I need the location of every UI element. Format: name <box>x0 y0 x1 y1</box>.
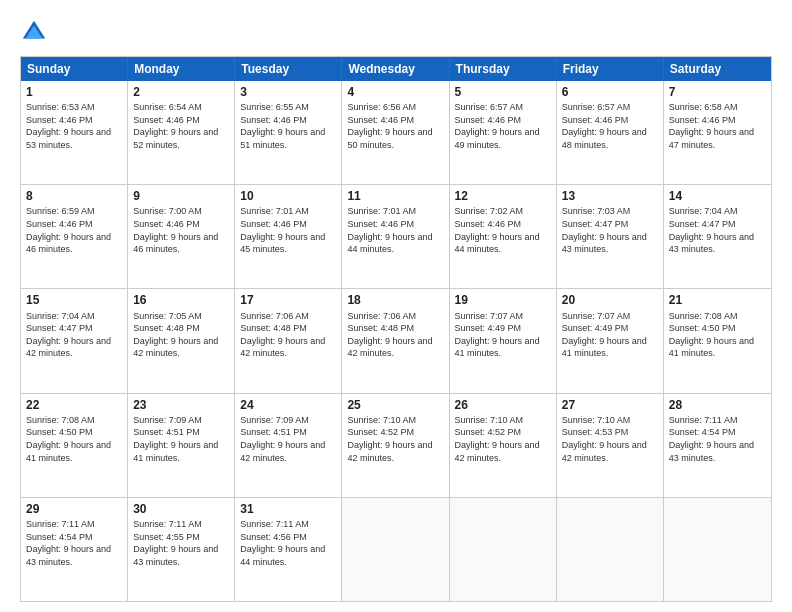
day-number: 29 <box>26 501 122 517</box>
day-info: Sunrise: 6:53 AM Sunset: 4:46 PM Dayligh… <box>26 101 122 151</box>
day-cell-25: 25Sunrise: 7:10 AM Sunset: 4:52 PM Dayli… <box>342 394 449 497</box>
day-info: Sunrise: 7:07 AM Sunset: 4:49 PM Dayligh… <box>562 310 658 360</box>
day-number: 30 <box>133 501 229 517</box>
day-number: 6 <box>562 84 658 100</box>
day-info: Sunrise: 7:06 AM Sunset: 4:48 PM Dayligh… <box>347 310 443 360</box>
calendar-row-3: 15Sunrise: 7:04 AM Sunset: 4:47 PM Dayli… <box>21 288 771 392</box>
logo <box>20 18 52 46</box>
day-cell-15: 15Sunrise: 7:04 AM Sunset: 4:47 PM Dayli… <box>21 289 128 392</box>
day-number: 22 <box>26 397 122 413</box>
day-number: 21 <box>669 292 766 308</box>
day-info: Sunrise: 7:11 AM Sunset: 4:54 PM Dayligh… <box>26 518 122 568</box>
day-number: 2 <box>133 84 229 100</box>
day-number: 8 <box>26 188 122 204</box>
day-info: Sunrise: 7:03 AM Sunset: 4:47 PM Dayligh… <box>562 205 658 255</box>
day-number: 31 <box>240 501 336 517</box>
day-cell-19: 19Sunrise: 7:07 AM Sunset: 4:49 PM Dayli… <box>450 289 557 392</box>
day-info: Sunrise: 7:10 AM Sunset: 4:53 PM Dayligh… <box>562 414 658 464</box>
day-number: 26 <box>455 397 551 413</box>
calendar-row-1: 1Sunrise: 6:53 AM Sunset: 4:46 PM Daylig… <box>21 81 771 184</box>
day-number: 7 <box>669 84 766 100</box>
day-number: 19 <box>455 292 551 308</box>
day-cell-21: 21Sunrise: 7:08 AM Sunset: 4:50 PM Dayli… <box>664 289 771 392</box>
day-number: 18 <box>347 292 443 308</box>
page: SundayMondayTuesdayWednesdayThursdayFrid… <box>0 0 792 612</box>
day-info: Sunrise: 6:59 AM Sunset: 4:46 PM Dayligh… <box>26 205 122 255</box>
calendar-body: 1Sunrise: 6:53 AM Sunset: 4:46 PM Daylig… <box>21 81 771 601</box>
day-number: 15 <box>26 292 122 308</box>
day-cell-11: 11Sunrise: 7:01 AM Sunset: 4:46 PM Dayli… <box>342 185 449 288</box>
day-info: Sunrise: 7:10 AM Sunset: 4:52 PM Dayligh… <box>347 414 443 464</box>
day-number: 12 <box>455 188 551 204</box>
empty-cell <box>450 498 557 601</box>
calendar-row-4: 22Sunrise: 7:08 AM Sunset: 4:50 PM Dayli… <box>21 393 771 497</box>
day-cell-24: 24Sunrise: 7:09 AM Sunset: 4:51 PM Dayli… <box>235 394 342 497</box>
day-number: 25 <box>347 397 443 413</box>
day-info: Sunrise: 7:05 AM Sunset: 4:48 PM Dayligh… <box>133 310 229 360</box>
calendar: SundayMondayTuesdayWednesdayThursdayFrid… <box>20 56 772 602</box>
day-cell-7: 7Sunrise: 6:58 AM Sunset: 4:46 PM Daylig… <box>664 81 771 184</box>
day-info: Sunrise: 6:56 AM Sunset: 4:46 PM Dayligh… <box>347 101 443 151</box>
day-number: 4 <box>347 84 443 100</box>
day-info: Sunrise: 7:08 AM Sunset: 4:50 PM Dayligh… <box>26 414 122 464</box>
day-info: Sunrise: 7:00 AM Sunset: 4:46 PM Dayligh… <box>133 205 229 255</box>
header-day-saturday: Saturday <box>664 57 771 81</box>
day-info: Sunrise: 7:11 AM Sunset: 4:55 PM Dayligh… <box>133 518 229 568</box>
empty-cell <box>342 498 449 601</box>
header-day-friday: Friday <box>557 57 664 81</box>
day-number: 14 <box>669 188 766 204</box>
empty-cell <box>664 498 771 601</box>
day-cell-2: 2Sunrise: 6:54 AM Sunset: 4:46 PM Daylig… <box>128 81 235 184</box>
day-number: 10 <box>240 188 336 204</box>
day-cell-12: 12Sunrise: 7:02 AM Sunset: 4:46 PM Dayli… <box>450 185 557 288</box>
day-number: 16 <box>133 292 229 308</box>
day-info: Sunrise: 7:08 AM Sunset: 4:50 PM Dayligh… <box>669 310 766 360</box>
day-cell-22: 22Sunrise: 7:08 AM Sunset: 4:50 PM Dayli… <box>21 394 128 497</box>
header-day-wednesday: Wednesday <box>342 57 449 81</box>
day-info: Sunrise: 7:10 AM Sunset: 4:52 PM Dayligh… <box>455 414 551 464</box>
header-day-monday: Monday <box>128 57 235 81</box>
day-info: Sunrise: 6:58 AM Sunset: 4:46 PM Dayligh… <box>669 101 766 151</box>
day-number: 17 <box>240 292 336 308</box>
day-cell-6: 6Sunrise: 6:57 AM Sunset: 4:46 PM Daylig… <box>557 81 664 184</box>
day-cell-1: 1Sunrise: 6:53 AM Sunset: 4:46 PM Daylig… <box>21 81 128 184</box>
day-cell-23: 23Sunrise: 7:09 AM Sunset: 4:51 PM Dayli… <box>128 394 235 497</box>
day-cell-30: 30Sunrise: 7:11 AM Sunset: 4:55 PM Dayli… <box>128 498 235 601</box>
day-info: Sunrise: 7:11 AM Sunset: 4:54 PM Dayligh… <box>669 414 766 464</box>
day-number: 9 <box>133 188 229 204</box>
header-day-tuesday: Tuesday <box>235 57 342 81</box>
day-info: Sunrise: 6:54 AM Sunset: 4:46 PM Dayligh… <box>133 101 229 151</box>
day-cell-16: 16Sunrise: 7:05 AM Sunset: 4:48 PM Dayli… <box>128 289 235 392</box>
day-cell-8: 8Sunrise: 6:59 AM Sunset: 4:46 PM Daylig… <box>21 185 128 288</box>
logo-icon <box>20 18 48 46</box>
day-info: Sunrise: 7:04 AM Sunset: 4:47 PM Dayligh… <box>669 205 766 255</box>
day-cell-4: 4Sunrise: 6:56 AM Sunset: 4:46 PM Daylig… <box>342 81 449 184</box>
day-cell-14: 14Sunrise: 7:04 AM Sunset: 4:47 PM Dayli… <box>664 185 771 288</box>
empty-cell <box>557 498 664 601</box>
day-number: 11 <box>347 188 443 204</box>
day-info: Sunrise: 7:06 AM Sunset: 4:48 PM Dayligh… <box>240 310 336 360</box>
day-number: 28 <box>669 397 766 413</box>
day-cell-26: 26Sunrise: 7:10 AM Sunset: 4:52 PM Dayli… <box>450 394 557 497</box>
header-day-thursday: Thursday <box>450 57 557 81</box>
day-info: Sunrise: 7:09 AM Sunset: 4:51 PM Dayligh… <box>240 414 336 464</box>
day-number: 3 <box>240 84 336 100</box>
day-cell-3: 3Sunrise: 6:55 AM Sunset: 4:46 PM Daylig… <box>235 81 342 184</box>
day-info: Sunrise: 7:01 AM Sunset: 4:46 PM Dayligh… <box>240 205 336 255</box>
calendar-row-5: 29Sunrise: 7:11 AM Sunset: 4:54 PM Dayli… <box>21 497 771 601</box>
day-info: Sunrise: 7:09 AM Sunset: 4:51 PM Dayligh… <box>133 414 229 464</box>
day-cell-17: 17Sunrise: 7:06 AM Sunset: 4:48 PM Dayli… <box>235 289 342 392</box>
day-info: Sunrise: 6:57 AM Sunset: 4:46 PM Dayligh… <box>455 101 551 151</box>
day-info: Sunrise: 7:02 AM Sunset: 4:46 PM Dayligh… <box>455 205 551 255</box>
day-cell-10: 10Sunrise: 7:01 AM Sunset: 4:46 PM Dayli… <box>235 185 342 288</box>
day-info: Sunrise: 7:01 AM Sunset: 4:46 PM Dayligh… <box>347 205 443 255</box>
day-cell-9: 9Sunrise: 7:00 AM Sunset: 4:46 PM Daylig… <box>128 185 235 288</box>
day-cell-13: 13Sunrise: 7:03 AM Sunset: 4:47 PM Dayli… <box>557 185 664 288</box>
day-cell-28: 28Sunrise: 7:11 AM Sunset: 4:54 PM Dayli… <box>664 394 771 497</box>
header-day-sunday: Sunday <box>21 57 128 81</box>
day-cell-29: 29Sunrise: 7:11 AM Sunset: 4:54 PM Dayli… <box>21 498 128 601</box>
day-number: 27 <box>562 397 658 413</box>
day-number: 1 <box>26 84 122 100</box>
day-number: 23 <box>133 397 229 413</box>
calendar-header: SundayMondayTuesdayWednesdayThursdayFrid… <box>21 57 771 81</box>
